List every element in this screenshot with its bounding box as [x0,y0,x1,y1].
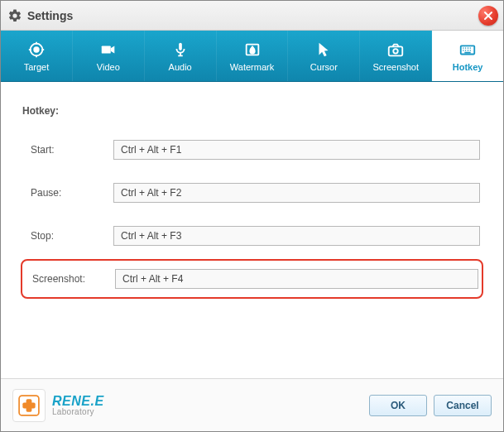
hotkey-input-pause[interactable]: Ctrl + Alt + F2 [113,183,480,203]
field-label-pause: Pause: [31,187,113,199]
hotkey-input-stop[interactable]: Ctrl + Alt + F3 [113,226,480,246]
svg-rect-2 [102,46,111,53]
tab-audio[interactable]: Audio [145,31,217,81]
tab-label: Cursor [310,62,338,72]
settings-gear-icon [7,8,22,23]
field-label-stop: Stop: [31,230,113,242]
content-pane: Hotkey: Start: Ctrl + Alt + F1 Pause: Ct… [1,82,503,378]
brand-logo-icon [12,389,46,422]
svg-rect-10 [22,402,35,408]
hotkey-input-screenshot[interactable]: Ctrl + Alt + F4 [115,269,478,289]
svg-point-6 [393,49,398,54]
close-button[interactable] [478,6,498,26]
tab-watermark[interactable]: Watermark [217,31,289,81]
svg-rect-5 [389,46,403,55]
hotkey-input-start[interactable]: Ctrl + Alt + F1 [113,140,480,160]
field-row-pause: Pause: Ctrl + Alt + F2 [21,183,483,203]
tabstrip: Target Video Audio Watermark Cursor Scre… [1,31,503,82]
tab-video[interactable]: Video [73,31,145,81]
footer: RENE.E Laboratory OK Cancel [1,378,503,431]
tab-label: Screenshot [372,62,419,72]
tab-label: Audio [169,62,192,72]
titlebar: Settings [1,1,503,31]
field-row-start: Start: Ctrl + Alt + F1 [21,140,483,160]
svg-rect-3 [179,42,182,50]
field-row-screenshot: Screenshot: Ctrl + Alt + F4 [21,259,483,299]
tab-hotkey[interactable]: Hotkey [432,31,503,81]
tab-label: Hotkey [453,62,483,72]
tab-label: Target [24,62,50,72]
field-label-start: Start: [31,144,113,156]
tab-label: Watermark [230,62,274,72]
field-row-stop: Stop: Ctrl + Alt + F3 [21,226,483,246]
window-title: Settings [27,9,73,22]
tab-screenshot[interactable]: Screenshot [360,31,432,81]
section-heading: Hotkey: [22,105,483,117]
tab-target[interactable]: Target [1,31,73,81]
cancel-button[interactable]: Cancel [434,395,492,416]
tab-cursor[interactable]: Cursor [288,31,360,81]
svg-point-1 [34,47,39,52]
tab-label: Video [97,62,120,72]
ok-button[interactable]: OK [369,395,427,416]
brand-block: RENE.E Laboratory [12,389,362,422]
field-label-screenshot: Screenshot: [32,273,115,285]
